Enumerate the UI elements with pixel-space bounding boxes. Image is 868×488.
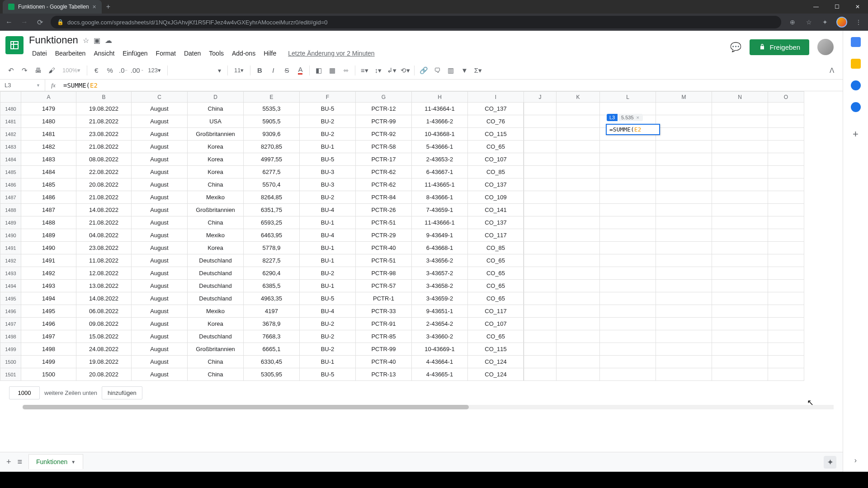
- cell[interactable]: [768, 128, 804, 141]
- cell[interactable]: [600, 292, 656, 305]
- cell[interactable]: 8264,85: [244, 191, 300, 204]
- cell[interactable]: 4197: [244, 305, 300, 318]
- cell[interactable]: 5778,9: [244, 242, 300, 254]
- row-header[interactable]: 1485: [0, 166, 21, 178]
- doc-title[interactable]: Funktionen: [29, 34, 78, 46]
- cell[interactable]: PCTR-98: [356, 267, 412, 280]
- cell[interactable]: BU-2: [300, 115, 356, 128]
- cell[interactable]: 4-43665-1: [412, 368, 468, 381]
- cell[interactable]: CO_65: [468, 267, 524, 280]
- cell[interactable]: PCTR-58: [356, 141, 412, 153]
- cell[interactable]: [524, 103, 557, 115]
- cell[interactable]: PCTR-26: [356, 204, 412, 216]
- cell[interactable]: [656, 191, 712, 204]
- cell[interactable]: 1484: [21, 166, 76, 178]
- row-header[interactable]: 1484: [0, 153, 21, 166]
- cell[interactable]: [712, 229, 768, 242]
- menu-help[interactable]: Hilfe: [260, 48, 279, 59]
- cell[interactable]: CO_65: [468, 330, 524, 343]
- cell[interactable]: PCTR-99: [356, 343, 412, 356]
- window-minimize-icon[interactable]: —: [806, 0, 826, 14]
- cell[interactable]: 8270,85: [244, 141, 300, 153]
- cell[interactable]: 23.08.2022: [76, 128, 132, 141]
- cell[interactable]: BU-5: [300, 103, 356, 115]
- cell[interactable]: August: [132, 128, 188, 141]
- cell[interactable]: 10-43669-1: [412, 343, 468, 356]
- cell[interactable]: BU-4: [300, 204, 356, 216]
- cell[interactable]: [557, 254, 600, 267]
- cell[interactable]: [524, 318, 557, 330]
- cell[interactable]: BU-1: [300, 141, 356, 153]
- cell[interactable]: [656, 330, 712, 343]
- cell[interactable]: 10-43668-1: [412, 128, 468, 141]
- col-header[interactable]: I: [468, 92, 524, 103]
- cell[interactable]: [768, 216, 804, 229]
- decrease-decimal-button[interactable]: .0←: [117, 64, 130, 77]
- cell[interactable]: Deutschland: [188, 292, 244, 305]
- cell[interactable]: [600, 356, 656, 368]
- cell[interactable]: Korea: [188, 242, 244, 254]
- cell[interactable]: PCTR-33: [356, 305, 412, 318]
- table-row[interactable]: 1482148123.08.2022AugustGroßbritannien93…: [0, 128, 804, 141]
- cell[interactable]: August: [132, 280, 188, 292]
- cell[interactable]: [557, 368, 600, 381]
- cell[interactable]: August: [132, 191, 188, 204]
- cell[interactable]: [557, 280, 600, 292]
- cell[interactable]: BU-5: [300, 153, 356, 166]
- cell-formula-editor[interactable]: =SUMME(E2: [606, 124, 660, 135]
- cell[interactable]: BU-4: [300, 305, 356, 318]
- cell[interactable]: BU-2: [300, 330, 356, 343]
- chart-insert-icon[interactable]: ▥: [444, 64, 457, 77]
- table-row[interactable]: 1480147919.08.2022AugustChina5535,3BU-5P…: [0, 103, 804, 115]
- keep-addon-icon[interactable]: [851, 59, 861, 69]
- col-header[interactable]: L: [600, 92, 656, 103]
- row-header[interactable]: 1494: [0, 280, 21, 292]
- cell[interactable]: 6-43667-1: [412, 166, 468, 178]
- cell[interactable]: 6463,95: [244, 229, 300, 242]
- cell[interactable]: Korea: [188, 153, 244, 166]
- table-row[interactable]: 1501150020.08.2022AugustChina5305,95BU-5…: [0, 368, 804, 381]
- cell[interactable]: CO_115: [468, 128, 524, 141]
- cell[interactable]: [557, 267, 600, 280]
- cell[interactable]: [557, 318, 600, 330]
- cell[interactable]: 6290,4: [244, 267, 300, 280]
- bookmark-star-icon[interactable]: ☆: [804, 19, 814, 26]
- col-header[interactable]: J: [524, 92, 557, 103]
- cell[interactable]: [557, 204, 600, 216]
- url-field[interactable]: 🔒 docs.google.com/spreadsheets/d/1NQxJGA…: [51, 16, 781, 28]
- cell[interactable]: CO_76: [468, 115, 524, 128]
- cell[interactable]: Deutschland: [188, 330, 244, 343]
- cell[interactable]: August: [132, 115, 188, 128]
- cell[interactable]: BU-2: [300, 191, 356, 204]
- cell[interactable]: 8-43666-1: [412, 191, 468, 204]
- table-row[interactable]: 1484148308.08.2022AugustKorea4997,55BU-5…: [0, 153, 804, 166]
- sheets-logo-icon[interactable]: [5, 36, 24, 54]
- cell[interactable]: [524, 178, 557, 191]
- cell[interactable]: [600, 318, 656, 330]
- cell[interactable]: 7668,3: [244, 330, 300, 343]
- cell[interactable]: [712, 318, 768, 330]
- cell[interactable]: CO_124: [468, 356, 524, 368]
- cell[interactable]: August: [132, 343, 188, 356]
- cell[interactable]: [768, 166, 804, 178]
- cell[interactable]: 3-43657-2: [412, 267, 468, 280]
- row-header[interactable]: 1499: [0, 343, 21, 356]
- cell[interactable]: [768, 356, 804, 368]
- cell[interactable]: [557, 229, 600, 242]
- valign-icon[interactable]: ↕▾: [372, 64, 384, 77]
- cell[interactable]: August: [132, 242, 188, 254]
- row-header[interactable]: 1486: [0, 178, 21, 191]
- row-header[interactable]: 1496: [0, 305, 21, 318]
- cell[interactable]: PCTR-92: [356, 128, 412, 141]
- col-header[interactable]: F: [300, 92, 356, 103]
- cell[interactable]: PCTR-12: [356, 103, 412, 115]
- scrollbar-thumb[interactable]: [23, 405, 469, 409]
- cell[interactable]: 1492: [21, 267, 76, 280]
- cell[interactable]: [524, 204, 557, 216]
- cell[interactable]: PCTR-62: [356, 178, 412, 191]
- table-row[interactable]: 1490148904.08.2022AugustMexiko6463,95BU-…: [0, 229, 804, 242]
- cell[interactable]: [768, 141, 804, 153]
- cell[interactable]: PCTR-13: [356, 368, 412, 381]
- cell[interactable]: Korea: [188, 141, 244, 153]
- col-header[interactable]: A: [21, 92, 76, 103]
